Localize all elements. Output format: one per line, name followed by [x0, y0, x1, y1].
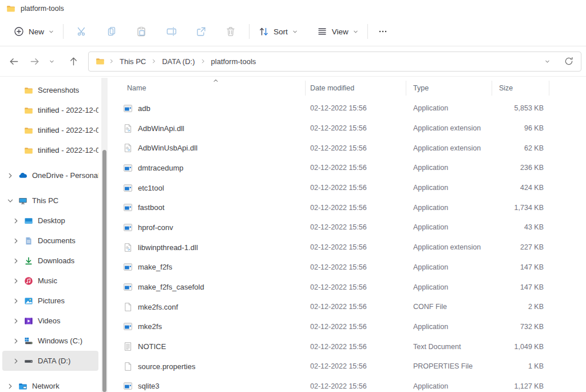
chevron-right-icon[interactable]	[11, 336, 21, 346]
up-button[interactable]	[63, 51, 84, 72]
chevron-right-icon[interactable]	[11, 216, 21, 225]
sidebar-item-desktop[interactable]: Desktop	[2, 211, 98, 231]
chevron-down-icon[interactable]	[6, 196, 15, 205]
file-name-cell: NOTICE	[108, 342, 306, 351]
sidebar-item-downloads[interactable]: Downloads	[2, 251, 98, 271]
file-row-adbwinusbapi-dll[interactable]: AdbWinUsbApi.dll02-12-2022 15:56Applicat…	[108, 138, 586, 158]
file-date-cell: 02-12-2022 15:56	[306, 263, 406, 271]
sidebar-item-label: Music	[38, 276, 57, 285]
breadcrumb-this-pc[interactable]: This PC	[118, 56, 147, 68]
file-type-cell: Application	[406, 164, 492, 172]
file-row-sqlite3[interactable]: sqlite302-12-2022 15:56Application1,127 …	[108, 377, 586, 392]
back-button[interactable]	[3, 51, 24, 72]
file-size-cell: 96 KB	[492, 124, 549, 132]
file-row-mke2fs[interactable]: mke2fs02-12-2022 15:56Application732 KB	[108, 317, 586, 337]
folder-icon	[96, 57, 105, 66]
file-row-etc1tool[interactable]: etc1tool02-12-2022 15:56Application424 K…	[108, 178, 586, 198]
sidebar-item-tinified-2022-12-0[interactable]: tinified - 2022-12-0	[2, 120, 98, 140]
sidebar-item-label: This PC	[32, 196, 58, 205]
file-name-label: mke2fs.conf	[138, 303, 178, 311]
chevron-right-icon[interactable]	[11, 316, 21, 326]
file-type-cell: Application	[406, 223, 492, 231]
refresh-button[interactable]	[561, 54, 576, 69]
sidebar-item-data-d[interactable]: DATA (D:)	[2, 351, 98, 371]
sidebar-item-this-pc[interactable]: This PC	[2, 191, 98, 211]
sidebar-item-label: Pictures	[38, 296, 65, 305]
file-row-make-f2fs-casefold[interactable]: make_f2fs_casefold02-12-2022 15:56Applic…	[108, 277, 586, 297]
chevron-right-icon[interactable]	[11, 256, 21, 266]
file-row-adb[interactable]: adb02-12-2022 15:56Application5,853 KB	[108, 98, 586, 118]
chevron-right-icon[interactable]	[11, 236, 21, 246]
cut-button[interactable]	[67, 22, 97, 41]
file-date-cell: 02-12-2022 15:56	[306, 362, 406, 370]
breadcrumb-platform-tools[interactable]: platform-tools	[210, 56, 258, 68]
file-date-cell: 02-12-2022 15:56	[306, 144, 406, 152]
sidebar-scrollbar[interactable]	[101, 78, 108, 392]
file-row-mke2fs-conf[interactable]: mke2fs.conf02-12-2022 15:56CONF File2 KB	[108, 297, 586, 317]
file-date-cell: 02-12-2022 15:56	[306, 184, 406, 192]
sort-button[interactable]: Sort	[253, 22, 303, 41]
file-type-cell: Application	[406, 323, 492, 331]
sidebar-item-windows-c[interactable]: Windows (C:)	[2, 331, 98, 351]
column-header-type[interactable]: Type	[406, 78, 492, 98]
sidebar-item-network[interactable]: Network	[2, 376, 98, 392]
sidebar-item-documents[interactable]: Documents	[2, 231, 98, 251]
address-dropdown-button[interactable]	[540, 54, 555, 69]
chevron-right-icon[interactable]	[6, 171, 15, 180]
sidebar-scrollbar-thumb[interactable]	[102, 150, 106, 392]
chevron-right-icon[interactable]	[11, 357, 21, 366]
delete-button[interactable]	[216, 22, 246, 41]
application-file-icon	[123, 104, 133, 113]
copy-button[interactable]	[97, 22, 126, 41]
sidebar-item-tinified-2022-12-0[interactable]: tinified - 2022-12-0	[2, 140, 98, 160]
file-row-notice[interactable]: NOTICE02-12-2022 15:56Text Document1,049…	[108, 336, 586, 357]
view-button[interactable]: View	[311, 22, 364, 41]
column-header-date-modified[interactable]: Date modified	[306, 78, 406, 98]
see-more-button[interactable]	[371, 22, 394, 41]
forward-button[interactable]	[24, 51, 45, 72]
documents-icon	[24, 236, 33, 246]
share-button[interactable]	[186, 22, 216, 41]
sidebar-item-music[interactable]: Music	[2, 271, 98, 291]
column-header-size[interactable]: Size	[492, 78, 549, 98]
address-bar[interactable]: This PCDATA (D:)platform-tools	[88, 52, 581, 72]
file-name-label: NOTICE	[138, 342, 166, 351]
file-row-fastboot[interactable]: fastboot02-12-2022 15:56Application1,734…	[108, 197, 586, 217]
sidebar-item-pictures[interactable]: Pictures	[2, 291, 98, 311]
scissors-icon	[76, 26, 88, 37]
file-row-source-properties[interactable]: source.properties02-12-2022 15:56PROPERT…	[108, 357, 586, 377]
sidebar-item-tinified-2022-12-0[interactable]: tinified - 2022-12-0	[2, 100, 98, 120]
chevron-right-icon[interactable]	[11, 276, 21, 286]
breadcrumb-chevron-icon[interactable]	[105, 58, 118, 64]
file-row-libwinpthread-1-dll[interactable]: libwinpthread-1.dll02-12-2022 15:56Appli…	[108, 237, 586, 258]
chevron-right-icon[interactable]	[11, 296, 21, 306]
sort-arrows-icon	[258, 26, 270, 37]
breadcrumb-chevron-icon[interactable]	[147, 58, 161, 64]
chevron-right-icon[interactable]	[6, 382, 15, 391]
paste-button[interactable]	[126, 22, 156, 41]
sidebar-item-screenshots[interactable]: Screenshots	[2, 80, 98, 100]
file-size-cell: 227 KB	[492, 243, 549, 251]
file-row-hprof-conv[interactable]: hprof-conv02-12-2022 15:56Application43 …	[108, 217, 586, 237]
file-name-cell: mke2fs.conf	[108, 302, 306, 312]
file-row-make-f2fs[interactable]: make_f2fs02-12-2022 15:56Application147 …	[108, 258, 586, 278]
sidebar-item-onedrive-personal[interactable]: OneDrive - Personal	[2, 165, 98, 185]
file-row-dmtracedump[interactable]: dmtracedump02-12-2022 15:56Application23…	[108, 158, 586, 178]
file-size-cell: 732 KB	[492, 323, 549, 331]
toolbar-divider	[63, 24, 64, 39]
sidebar-item-videos[interactable]: Videos	[2, 311, 98, 331]
breadcrumb-chevron-icon[interactable]	[196, 58, 210, 64]
new-button[interactable]: New	[8, 22, 60, 41]
blank-file-icon	[123, 362, 133, 371]
recent-locations-button[interactable]	[45, 51, 58, 72]
file-date-cell: 02-12-2022 15:56	[306, 343, 406, 351]
rename-button[interactable]	[156, 22, 186, 41]
application-file-icon	[123, 203, 133, 212]
breadcrumb-data-d[interactable]: DATA (D:)	[161, 56, 196, 68]
file-type-cell: Application	[406, 382, 492, 390]
videos-icon	[24, 316, 33, 326]
file-row-adbwinapi-dll[interactable]: AdbWinApi.dll02-12-2022 15:56Application…	[108, 118, 586, 138]
column-header-name[interactable]: Name	[108, 78, 306, 98]
tab-platform-tools[interactable]: platform-tools	[6, 4, 64, 13]
arrow-right-icon	[29, 56, 40, 67]
